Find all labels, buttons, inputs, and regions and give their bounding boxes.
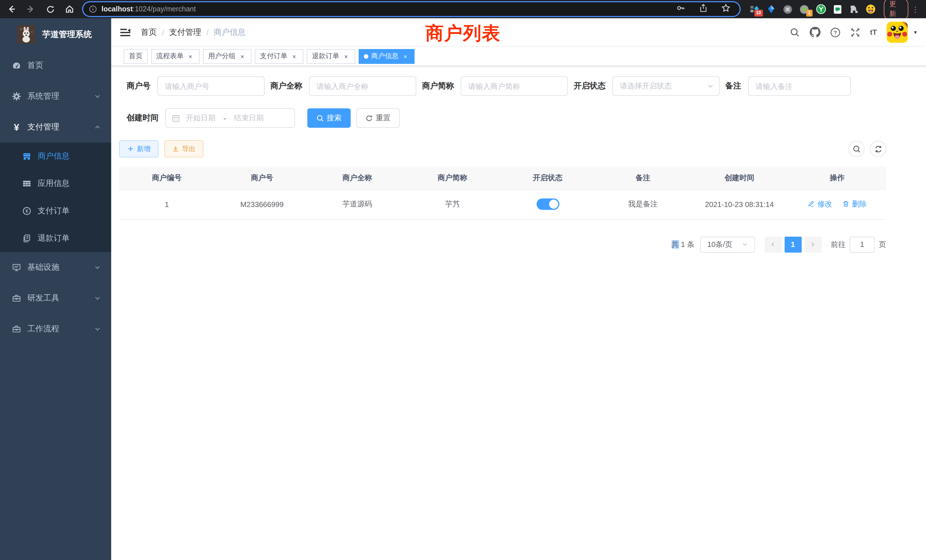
breadcrumb-separator: / [206, 28, 209, 37]
header-search-icon[interactable] [790, 27, 800, 37]
sidebar-item-pay-order[interactable]: ¥ 支付订单 [0, 197, 111, 225]
extension-command-icon[interactable]: ⌘ [782, 4, 793, 14]
documents-icon [22, 234, 32, 243]
browser-update-button[interactable]: 更新 [884, 0, 908, 21]
cell-status [500, 189, 595, 219]
monitor-chart-icon [11, 263, 22, 272]
date-end-placeholder: 结束日期 [234, 113, 264, 123]
tab-user-group[interactable]: 用户分组× [203, 49, 251, 64]
extension-badge: 10 [754, 10, 763, 17]
goto-page-input[interactable] [850, 236, 875, 252]
browser-menu-icon[interactable]: ⋮ [912, 5, 919, 14]
sidebar-fold-icon[interactable] [120, 28, 130, 37]
help-icon[interactable]: ? [830, 27, 840, 37]
close-icon[interactable]: × [290, 53, 298, 60]
extensions-row: 10 ⌘ 1 [749, 4, 876, 14]
sidebar-item-label: 支付管理 [27, 122, 94, 132]
merchant-no-input[interactable] [157, 76, 265, 96]
sidebar-item-payment[interactable]: ¥ 支付管理 [0, 112, 111, 142]
fullscreen-icon[interactable] [850, 27, 860, 37]
browser-back-button[interactable] [6, 3, 17, 15]
breadcrumb: 首页 / 支付管理 / 商户信息 [141, 27, 246, 37]
extension-puzzle-icon[interactable] [849, 4, 859, 14]
extension-meet-icon[interactable]: 10 [749, 4, 760, 14]
browser-home-button[interactable] [64, 3, 75, 15]
search-button[interactable]: 搜索 [307, 108, 351, 128]
extension-recorder-icon[interactable]: 1 [799, 4, 809, 14]
close-icon[interactable]: × [342, 53, 350, 60]
sidebar-item-infrastructure[interactable]: 基础设施 [0, 252, 111, 283]
chevron-down-icon [94, 264, 101, 271]
user-avatar[interactable] [887, 22, 908, 43]
tab-home[interactable]: 首页 [124, 49, 148, 64]
app-logo-rabbit [17, 25, 35, 43]
home-icon [65, 5, 74, 14]
grid-icon [22, 179, 32, 188]
cell-merchant-id: 1 [119, 189, 214, 219]
create-time-range-picker[interactable]: 开始日期 - 结束日期 [165, 108, 295, 128]
create-time-label: 创建时间 [127, 113, 159, 123]
sidebar-item-merchant-info[interactable]: 商户信息 [0, 142, 111, 170]
tab-merchant-info[interactable]: 商户信息× [359, 49, 415, 64]
bookmark-star-icon[interactable] [721, 3, 730, 15]
github-icon[interactable] [809, 27, 820, 38]
sidebar-item-devtools[interactable]: 研发工具 [0, 283, 111, 314]
status-select[interactable]: 请选择开启状态 [613, 76, 720, 96]
close-icon[interactable]: × [238, 53, 246, 60]
col-actions: 操作 [788, 166, 886, 189]
sidebar: 芋道管理系统 首页 系统管理 ¥ 支付管理 [0, 18, 111, 560]
extension-kite-icon[interactable] [766, 4, 776, 14]
site-info-icon[interactable] [88, 4, 98, 14]
add-button[interactable]: 新增 [119, 140, 159, 157]
chevron-left-icon [770, 241, 776, 248]
screen: localhost:1024/pay/merchant 10 ⌘ 1 [0, 0, 926, 560]
share-icon[interactable] [699, 3, 707, 15]
back-arrow-icon [7, 5, 16, 14]
tab-refund-order[interactable]: 退款订单× [307, 49, 355, 64]
tab-pay-order[interactable]: 支付订单× [255, 49, 303, 64]
full-name-input[interactable] [309, 76, 416, 96]
sidebar-item-app-info[interactable]: 应用信息 [0, 170, 111, 197]
export-button[interactable]: 导出 [164, 140, 204, 157]
font-size-icon[interactable]: tT [870, 28, 877, 36]
address-bar[interactable]: localhost:1024/pay/merchant [83, 2, 739, 16]
svg-text:⌘: ⌘ [785, 6, 791, 12]
close-icon[interactable]: × [401, 53, 409, 60]
extension-hangouts-icon[interactable] [832, 4, 843, 14]
url-text: localhost:1024/pay/merchant [101, 5, 196, 13]
delete-link[interactable]: 删除 [842, 199, 867, 209]
breadcrumb-payment[interactable]: 支付管理 [169, 27, 201, 37]
browser-reload-button[interactable] [44, 3, 56, 15]
prev-page-button[interactable] [764, 236, 781, 252]
edit-link[interactable]: 修改 [808, 199, 832, 209]
page-size-select[interactable]: 10条/页 [700, 236, 755, 252]
reset-button[interactable]: 重置 [356, 108, 400, 128]
short-name-input[interactable] [461, 76, 568, 96]
password-key-icon[interactable] [676, 3, 685, 15]
url-path: :1024/pay/merchant [133, 5, 196, 13]
page-annotation-title: 商户列表 [425, 21, 501, 46]
sidebar-item-label: 退款订单 [38, 233, 101, 244]
sidebar-item-home[interactable]: 首页 [0, 50, 111, 81]
sidebar-item-system[interactable]: 系统管理 [0, 81, 111, 112]
toggle-search-button[interactable] [849, 141, 864, 157]
table-header-row: 商户编号 商户号 商户全称 商户简称 开启状态 备注 创建时间 操作 [119, 166, 886, 189]
browser-forward-button[interactable] [25, 3, 36, 15]
sidebar-item-workflow[interactable]: 工作流程 [0, 314, 111, 344]
sidebar-item-refund-order[interactable]: 退款订单 [0, 225, 111, 252]
refresh-cycle-icon [874, 145, 882, 153]
page-number-1[interactable]: 1 [784, 236, 801, 252]
status-toggle[interactable] [536, 198, 559, 210]
svg-text:?: ? [834, 29, 837, 35]
breadcrumb-home[interactable]: 首页 [141, 27, 157, 37]
extension-yudao-icon[interactable] [816, 4, 826, 14]
remark-input[interactable] [748, 76, 851, 96]
next-page-button[interactable] [804, 236, 822, 252]
pagination-total: 共 1 条 [672, 239, 694, 250]
sidebar-logo[interactable]: 芋道管理系统 [0, 18, 111, 50]
close-icon[interactable]: × [186, 53, 194, 60]
refresh-table-button[interactable] [870, 141, 886, 157]
extension-emoji-icon[interactable] [865, 4, 876, 14]
tab-process-form[interactable]: 流程表单× [151, 49, 200, 64]
avatar-caret-icon[interactable]: ▾ [914, 29, 917, 35]
